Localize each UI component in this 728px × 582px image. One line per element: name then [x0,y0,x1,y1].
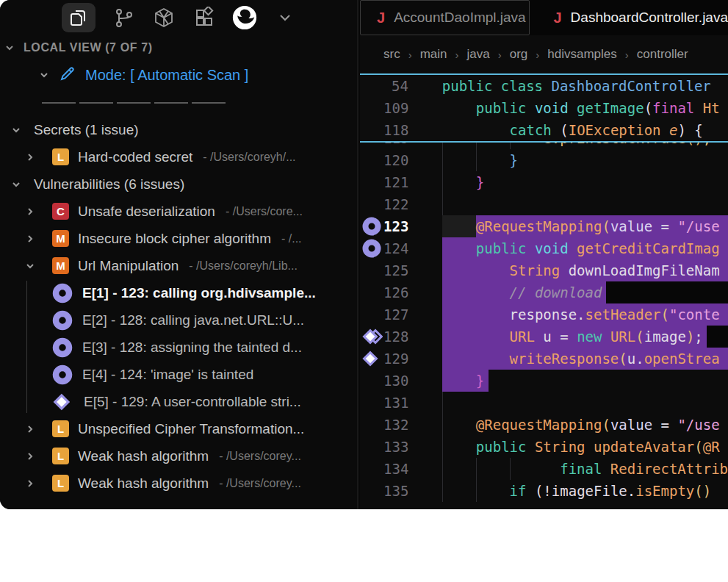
line-number: 131 [383,392,408,414]
severity-badge: L [52,420,69,437]
code-text: // download [408,281,602,303]
breadcrumb[interactable]: src›main›java›org›hdivsamples›controller [360,35,728,73]
breadcrumb-separator-icon: › [498,48,502,61]
issue-title: Url Manipulation [78,258,179,274]
issue-title: Weak hash algorithm [78,448,209,464]
line-number: 123 [383,215,408,237]
chevron-down-icon [10,124,22,136]
sticky-scroll[interactable]: 54public class DashboardController109pub… [360,73,728,143]
issue-row[interactable]: MUrl Manipulation- /Users/coreyh/Lib... [0,252,357,279]
tree-section-vulnerabilities[interactable]: Vulnerabilities (6 issues) [0,170,357,198]
gutter-donut-icon[interactable] [360,238,383,259]
issue-row[interactable]: LWeak hash algorithm- /Users/corey... [0,470,357,497]
code-line-124[interactable]: 124public void getCreditCardImag [360,237,728,259]
code-line-54[interactable]: 54public class DashboardController [360,75,728,97]
issues-tree: Secrets (1 issue)LHard-coded secret- /Us… [0,116,357,497]
divider [0,90,357,116]
line-number: 132 [383,414,408,436]
code-line-129[interactable]: 129writeResponse(u.openStrea [360,348,728,370]
code-line-118[interactable]: 118catch (IOException e) { [360,119,728,141]
tab-bar: J AccountDaoImpl.java J DashboardControl… [360,0,728,35]
breadcrumb-item[interactable]: java [467,47,490,62]
gutter-donut-icon[interactable] [360,216,383,237]
breadcrumb-item[interactable]: controller [637,47,688,62]
code-line-109[interactable]: 109public void getImage(final Ht [360,97,728,119]
tree-section-secrets[interactable]: Secrets (1 issue) [0,116,357,143]
issue-path: - /Users/corey... [219,477,301,490]
event-label: E[4] - 124: 'image' is tainted [82,367,253,383]
code-text: if (!imageFile.isEmpty() [408,480,711,502]
chevron-down-icon [24,260,36,272]
issue-row[interactable]: CUnsafe deserialization- /Users/core... [0,198,357,225]
gutter-diamond-icon[interactable] [360,348,383,370]
line-number: 121 [383,171,408,193]
code-line-134[interactable]: 134final RedirectAttribu [360,458,728,480]
toolbar-chevron-down-icon[interactable] [273,5,298,30]
line-number: 127 [383,303,408,326]
issue-row[interactable]: MInsecure block cipher algorithm- /... [0,225,357,252]
code-text: URL u = new URL(image); [408,326,702,348]
chevron-down-icon [10,179,22,190]
code-text: response.setHeader("conte [408,303,719,326]
breadcrumb-separator-icon: › [455,48,459,61]
issue-path: - /Users/corey... [219,450,301,463]
files-icon[interactable] [62,3,95,32]
issue-row[interactable]: LUnspecified Cipher Transformation... [0,415,357,442]
event-row[interactable]: E[5] - 129: A user-controllable stri... [0,388,357,415]
code-line-135[interactable]: 135if (!imageFile.isEmpty() [360,480,728,502]
code-line-121[interactable]: 121} [360,171,728,193]
code-line-120[interactable]: 120} [360,149,728,171]
breadcrumb-separator-icon: › [536,48,539,61]
code-line-125[interactable]: 125String downLoadImgFileNam [360,259,728,281]
severity-badge: L [52,475,69,492]
code-line-128[interactable]: 128URL u = new URL(image); [360,326,728,348]
tab-dashboardcontroller[interactable]: J DashboardController.java [553,0,728,35]
scan-mode-label: Mode: [ Automatic Scan ] [85,67,248,84]
issue-row[interactable]: LHard-coded secret- /Users/coreyh/... [0,143,357,170]
event-donut-icon [51,282,73,304]
tree-indent-guide [26,281,27,413]
java-file-icon: J [553,10,561,26]
breadcrumb-item[interactable]: main [420,47,447,62]
line-number: 126 [383,281,408,303]
code-line-122[interactable]: 122 [360,193,728,215]
event-row[interactable]: E[4] - 124: 'image' is tainted [0,361,357,388]
extensions-icon[interactable] [192,5,217,30]
activity-bar [0,0,357,35]
code-text: public void getImage(final Ht [408,97,719,119]
event-row[interactable]: E[1] - 123: calling org.hdivsample... [0,279,357,306]
line-number: 118 [383,119,408,141]
issue-path: - /Users/core... [226,205,303,218]
tab-accountdaoimpl[interactable]: J AccountDaoImpl.java [360,0,530,35]
chevron-down-icon [38,69,50,81]
breadcrumb-item[interactable]: src [383,47,400,62]
breadcrumb-item[interactable]: org [510,47,528,62]
code-line-130[interactable]: 130} [360,370,728,392]
issue-title: Unsafe deserialization [78,204,215,220]
code-line-131[interactable]: 131 [360,392,728,414]
event-label: E[1] - 123: calling org.hdivsample... [82,285,316,301]
event-row[interactable]: E[2] - 128: calling java.net.URL::U... [0,306,357,334]
issue-row[interactable]: LWeak hash algorithm- /Users/corey... [0,442,357,470]
indent-guide [442,193,443,215]
local-view-header[interactable]: LOCAL VIEW (7 OF 7) [0,35,357,60]
gutter-diamond2-icon[interactable] [360,326,383,348]
code-line-123[interactable]: 123@RequestMapping(value = "/use [360,215,728,237]
code-line-126[interactable]: 126// download [360,281,728,303]
code-line-132[interactable]: 132@RequestMapping(value = "/use [360,414,728,436]
event-row[interactable]: E[3] - 128: assigning the tainted d... [0,334,357,361]
issue-path: - /Users/coreyh/Lib... [189,259,298,273]
blackduck-logo[interactable] [232,5,257,30]
package-cube-icon[interactable] [151,5,176,30]
issue-path: - /... [281,232,302,245]
breadcrumb-item[interactable]: hdivsamples [547,47,617,62]
severity-badge: M [52,230,69,247]
code-editor[interactable]: 119e.printStackTrace();120}121}122123@Re… [360,73,728,509]
code-text: catch (IOException e) { [408,119,702,141]
scan-mode-row[interactable]: Mode: [ Automatic Scan ] [0,60,357,90]
issue-title: Unspecified Cipher Transformation... [78,421,304,437]
editor-group: J AccountDaoImpl.java J DashboardControl… [360,0,728,509]
code-line-133[interactable]: 133public String updateAvatar(@R [360,436,728,458]
source-control-icon[interactable] [111,5,136,30]
code-line-127[interactable]: 127response.setHeader("conte [360,303,728,326]
